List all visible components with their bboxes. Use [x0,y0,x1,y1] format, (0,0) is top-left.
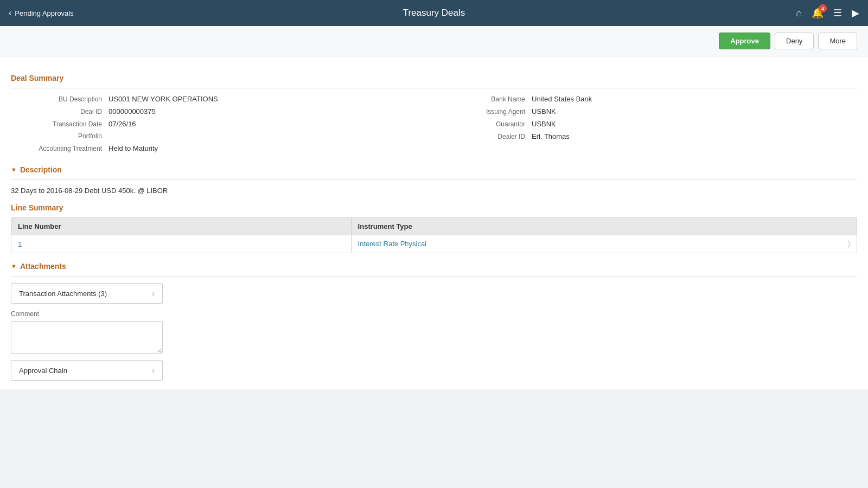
app-header: ‹ Pending Approvals Treasury Deals ⌂ 🔔 4… [0,0,868,26]
deal-row-accounting: Accounting Treatment Held to Maturity [22,144,423,152]
home-icon[interactable]: ⌂ [796,8,802,19]
line-summary-title: Line Summary [11,203,857,212]
attachments-title-text: Attachments [20,262,66,271]
issuing-agent-label: Issuing Agent [445,108,532,115]
user-icon[interactable]: ▶ [852,7,859,19]
deal-id-value: 000000000375 [108,107,156,115]
approval-chain-chevron-icon: › [152,366,155,375]
deal-summary-divider [11,88,857,88]
deal-row-guarantor: Guarantor USBNK [445,120,846,128]
deal-summary-right: Bank Name United States Bank Issuing Age… [434,95,857,157]
back-navigation[interactable]: ‹ Pending Approvals [9,8,74,18]
accounting-treatment-value: Held to Maturity [108,144,158,152]
deal-id-label: Deal ID [22,108,108,115]
guarantor-value: USBNK [532,120,556,128]
deal-summary-title: Deal Summary [11,74,857,82]
instrument-type-cell: Interest Rate Physical 〉 [351,235,857,253]
deny-button[interactable]: Deny [775,33,814,49]
description-title-text: Description [20,165,62,174]
transaction-date-value: 07/26/16 [108,120,136,128]
deal-row-transaction-date: Transaction Date 07/26/16 [22,120,423,128]
instrument-type-link[interactable]: Interest Rate Physical [358,240,426,248]
deal-row-issuing-agent: Issuing Agent USBNK [445,107,846,115]
attachments-chevron-icon: ▼ [11,263,17,269]
dealer-id-label: Dealer ID [445,133,532,140]
deal-row-id: Deal ID 000000000375 [22,107,423,115]
guarantor-label: Guarantor [445,120,532,128]
deal-row-dealer-id: Dealer ID Erl, Thomas [445,132,846,140]
description-section-title[interactable]: ▼ Description [11,165,857,174]
transaction-attachments-item[interactable]: Transaction Attachments (3) › [11,283,163,304]
attachments-divider [11,276,857,277]
approval-chain-item[interactable]: Approval Chain › [11,360,163,381]
deal-summary-grid: BU Description US001 NEW YORK OPERATIONS… [11,95,857,157]
description-chevron-icon: ▼ [11,166,17,173]
deal-row-bank-name: Bank Name United States Bank [445,95,846,103]
back-arrow-icon: ‹ [9,8,11,18]
comment-label: Comment [11,310,857,318]
header-icons: ⌂ 🔔 4 ☰ ▶ [796,7,859,19]
approve-button[interactable]: Approve [719,33,770,49]
line-summary-header-row: Line Number Instrument Type [11,218,857,235]
accounting-treatment-label: Accounting Treatment [22,145,108,152]
back-label: Pending Approvals [15,9,73,17]
transaction-attachments-label: Transaction Attachments (3) [19,290,107,298]
line-number-cell: 1 [11,235,352,253]
line-number-link[interactable]: 1 [18,240,22,248]
notification-badge: 4 [819,4,827,12]
dealer-id-value: Erl, Thomas [532,132,570,140]
portfolio-label: Portfolio [22,132,108,140]
issuing-agent-value: USBNK [532,107,556,115]
table-row[interactable]: 1 Interest Rate Physical 〉 [11,235,857,253]
description-text: 32 Days to 2016-08-29 Debt USD 450k. @ L… [11,187,857,195]
transaction-attachments-chevron-icon: › [152,289,155,298]
page-title: Treasury Deals [403,8,465,18]
description-divider [11,179,857,180]
menu-icon[interactable]: ☰ [833,7,842,19]
bank-name-value: United States Bank [532,95,592,103]
action-toolbar: Approve Deny More [0,26,868,56]
bu-description-label: BU Description [22,95,108,103]
more-button[interactable]: More [818,33,857,49]
bank-name-label: Bank Name [445,95,532,103]
transaction-date-label: Transaction Date [22,120,108,128]
attachments-section-title[interactable]: ▼ Attachments [11,262,857,271]
bu-description-value: US001 NEW YORK OPERATIONS [108,95,218,103]
deal-summary-left: BU Description US001 NEW YORK OPERATIONS… [11,95,434,157]
approval-chain-label: Approval Chain [19,367,67,375]
main-content: Deal Summary BU Description US001 NEW YO… [0,56,868,389]
comment-textarea[interactable] [11,321,163,354]
notifications-icon[interactable]: 🔔 4 [812,7,824,19]
deal-row-portfolio: Portfolio [22,132,423,140]
col-line-number: Line Number [11,218,352,235]
line-summary-table: Line Number Instrument Type 1 Interest R… [11,217,857,253]
col-instrument-type: Instrument Type [351,218,857,235]
row-chevron-right-icon: 〉 [848,240,850,248]
deal-row-bu: BU Description US001 NEW YORK OPERATIONS [22,95,423,103]
